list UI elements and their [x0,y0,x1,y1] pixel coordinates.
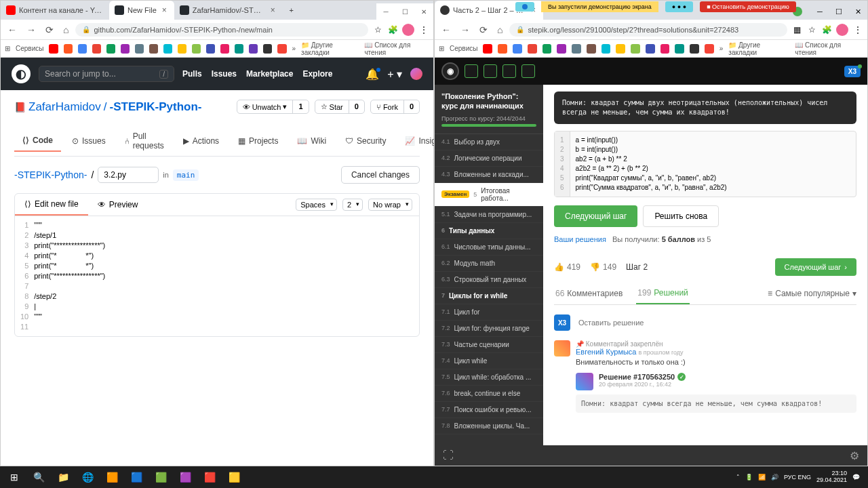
bookmark-icon[interactable] [135,44,144,54]
tab-security[interactable]: 🛡 Security [337,131,394,151]
indent-size-select[interactable]: 2 [342,199,363,211]
new-tab-button[interactable]: + [283,1,300,20]
nav-marketplace[interactable]: Marketplace [246,69,293,79]
apps-icon[interactable]: ⊞ [5,45,10,52]
nav-pulls[interactable]: Pulls [182,69,202,79]
bookmark-icon[interactable] [235,44,243,54]
nav-issues[interactable]: Issues [212,69,237,79]
bookmark-icon[interactable] [163,44,172,54]
owner-link[interactable]: ZafarHamidov [28,100,101,114]
close-icon[interactable]: × [269,5,277,15]
start-icon[interactable]: ⊞ [3,468,26,487]
home-icon[interactable]: ⌂ [60,23,71,37]
search-input[interactable]: Search or jump to.../ [39,66,174,82]
plus-icon[interactable]: + ▾ [387,68,402,81]
sidebar-item[interactable]: 7.2Цикл for: функция range [435,321,543,337]
app-icon[interactable]: 🟪 [174,468,197,487]
wrap-select[interactable]: No wrap [368,199,412,211]
bookmark-icon[interactable] [498,44,507,54]
bookmark-icon[interactable] [106,44,115,54]
sidebar-item[interactable]: 7.6break, continue и else [435,386,543,402]
explorer-icon[interactable]: 📁 [52,468,75,487]
bookmark-icon[interactable] [690,44,699,54]
search-icon[interactable]: 🔍 [27,468,50,487]
sidebar-item[interactable]: 7.8Вложенные циклы. Ча... [435,418,543,434]
sidebar-item[interactable]: 7Циклы for и while [435,288,543,304]
extension-icon[interactable]: 🧩 [387,24,398,35]
close-icon[interactable]: ✕ [414,3,433,20]
app-icon[interactable]: 🟨 [222,468,245,487]
bookmark-icon[interactable] [601,44,611,54]
profile-avatar[interactable] [410,68,422,80]
github-logo-icon[interactable]: ◐ [12,64,31,83]
tray-icon[interactable]: 🔊 [771,474,778,481]
clock[interactable]: 23:1029.04.2021 [816,470,847,484]
profile-avatar[interactable] [836,24,848,36]
sidebar-item[interactable]: 7.5Цикл while: обработка ... [435,369,543,386]
extension-icon[interactable]: ▦ [791,24,802,35]
profile-avatar[interactable] [402,24,414,36]
filename-input[interactable]: 3.2.py [98,167,159,183]
maximize-icon[interactable]: ☐ [829,7,848,16]
url-input[interactable]: 🔒stepik.org/lesson/291000/step/2?thread=… [509,23,787,37]
tab-issues[interactable]: ⊙ Issues [64,131,114,151]
app-icon[interactable]: 🟥 [198,468,221,487]
cancel-button[interactable]: Cancel changes [341,166,420,184]
bookmark-icon[interactable] [149,44,158,54]
sort-dropdown[interactable]: ≡ Самые популярные ▾ [768,289,856,298]
fork-button[interactable]: ⑂ Fork [371,100,404,113]
menu-icon[interactable]: ⋮ [418,24,429,35]
bookmark-icon[interactable] [92,44,101,54]
chrome-icon[interactable]: 🌐 [76,468,99,487]
nav-square[interactable] [502,64,516,78]
tab-preview[interactable]: 👁 Preview [88,195,148,215]
sidebar-item[interactable]: 7.1Цикл for [435,304,543,321]
tab-pr[interactable]: ⑃ Pull requests [117,126,172,156]
bookmark-icon[interactable] [206,44,215,54]
unwatch-button[interactable]: 👁 Unwatch ▾ [237,100,294,113]
menu-icon[interactable]: ⋮ [852,24,863,35]
app-icon[interactable]: 🟧 [100,468,123,487]
bookmark-icon[interactable] [675,44,684,54]
bookmark-icon[interactable] [49,44,58,54]
lang-switch[interactable]: РУС ENG [784,474,811,481]
forward-icon[interactable]: → [24,23,39,37]
bookmark-icon[interactable] [192,44,201,54]
branch-label[interactable]: main [173,169,199,181]
sidebar-item[interactable]: 7.3Частые сценарии [435,337,543,353]
tab-edit-file[interactable]: ⟨⟩ Edit new file [15,194,88,216]
dislike-button[interactable]: 👎 149 [590,262,616,272]
nav-square[interactable] [465,64,478,78]
bookmark-icon[interactable] [542,44,552,54]
back-icon[interactable]: ← [439,23,454,37]
bookmark-icon[interactable] [249,44,258,54]
tab-newfile[interactable]: New File× [109,1,174,20]
back-icon[interactable]: ← [5,23,20,37]
comments-tab[interactable]: 66Комментариев [554,283,624,304]
bookmark-icon[interactable] [616,44,625,54]
tab-projects[interactable]: ▦ Projects [230,131,286,151]
code-editor[interactable]: 1234567891011 """/step/1print("*********… [15,216,419,336]
bookmark-icon[interactable] [263,44,272,54]
bookmark-icon[interactable] [705,44,714,54]
next-step-button-2[interactable]: Следующий шаг › [775,258,856,276]
path-repo[interactable]: -STEPIK-Python- [14,169,87,180]
bell-icon[interactable]: 🔔 [366,68,379,81]
reading-list[interactable]: 📖 Список для чтения [795,41,863,56]
app-icon[interactable]: 🟦 [125,468,148,487]
next-step-button[interactable]: Следующий шаг [554,205,637,227]
bookmark-icon[interactable] [483,44,492,54]
commenter-avatar[interactable] [554,340,570,357]
user-badge[interactable]: X3 [844,66,861,77]
apps-icon[interactable]: ⊞ [439,45,444,52]
sidebar-item[interactable]: 7.4Цикл while [435,353,543,369]
settings-icon[interactable]: ⚙ [850,449,859,462]
stop-share-button[interactable]: ■ Остановить демонстрацию [700,1,796,12]
tray-icon[interactable]: 📶 [758,474,766,481]
sidebar-item[interactable]: 7.7Поиск ошибок и ревью... [435,402,543,418]
sidebar-item[interactable]: 4.1Выбор из двух [435,134,543,150]
bookmark-icon[interactable] [220,44,229,54]
minimize-icon[interactable]: ─ [376,3,395,20]
solution-title[interactable]: Решение #170563250 ✓ [599,373,686,381]
minimize-icon[interactable]: ─ [810,7,829,16]
